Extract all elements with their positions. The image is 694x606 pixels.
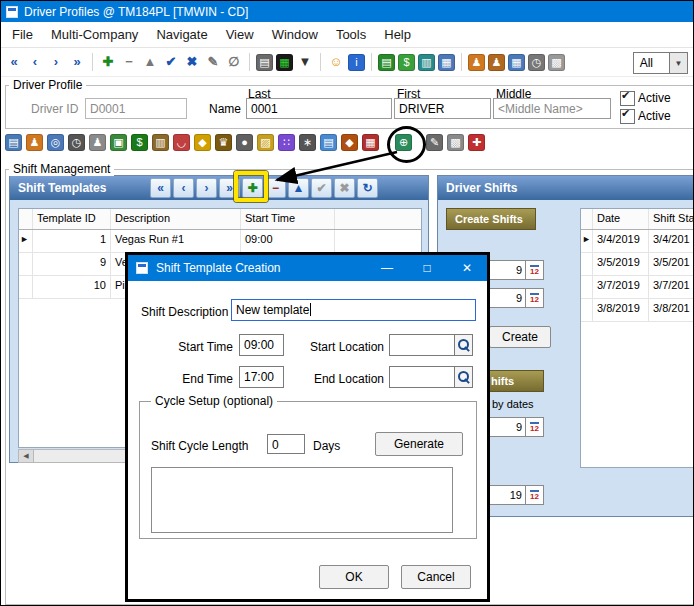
- rest-break-icon[interactable]: ◡: [173, 134, 190, 151]
- menu-item-window[interactable]: Window: [263, 22, 327, 47]
- templates-prev-icon[interactable]: ‹: [173, 178, 194, 198]
- alerts-icon[interactable]: ◆: [194, 134, 211, 151]
- monitor-icon[interactable]: ▦: [508, 54, 525, 71]
- create-button[interactable]: Create: [489, 326, 551, 348]
- logbook-icon[interactable]: ▥: [152, 134, 169, 151]
- smiley-icon[interactable]: ☺: [327, 53, 345, 71]
- cash-icon[interactable]: $: [398, 54, 415, 71]
- grid-view-icon[interactable]: ▩: [447, 134, 464, 151]
- reports-icon[interactable]: ▤: [320, 134, 337, 151]
- templates-last-icon[interactable]: »: [219, 178, 240, 198]
- menu-item-view[interactable]: View: [217, 22, 263, 47]
- nav-last-icon[interactable]: »: [68, 53, 86, 71]
- apps-icon[interactable]: ▩: [548, 54, 565, 71]
- create-shift-template-icon[interactable]: ⊕: [395, 134, 412, 151]
- menu-item-file[interactable]: File: [3, 22, 42, 47]
- cancel-edit-icon[interactable]: ✖: [183, 53, 201, 71]
- shift-row[interactable]: 3/7/2019 3/7/201: [581, 276, 694, 299]
- templates-accept-icon[interactable]: ✔: [311, 178, 332, 198]
- menu-item-multi-company[interactable]: Multi-Company: [42, 22, 147, 47]
- calendar-button[interactable]: 12: [526, 485, 544, 505]
- shift-row[interactable]: ► 3/4/2019 3/4/201: [581, 230, 694, 253]
- equipment-icon[interactable]: ▣: [110, 134, 127, 151]
- profile-general-icon[interactable]: ▤: [5, 134, 22, 151]
- edit-record-icon[interactable]: ✎: [204, 53, 222, 71]
- first-name-field[interactable]: DRIVER: [394, 98, 491, 119]
- combo-dropdown-icon[interactable]: ▼: [669, 53, 687, 73]
- ledger-icon[interactable]: ▤: [378, 54, 395, 71]
- column-start-time[interactable]: Start Time: [241, 209, 335, 229]
- middle-name-field[interactable]: <Middle Name>: [493, 98, 611, 119]
- info-icon[interactable]: i: [348, 54, 365, 71]
- dialog-maximize-button[interactable]: □: [421, 261, 433, 275]
- terminal-icon[interactable]: ▦: [276, 54, 293, 71]
- edit-tools-icon[interactable]: ✎: [426, 134, 443, 151]
- templates-cancel-icon[interactable]: ✖: [334, 178, 355, 198]
- shift-row[interactable]: 3/5/2019 3/5/201: [581, 253, 694, 276]
- templates-delete-icon[interactable]: −: [265, 178, 286, 198]
- dialog-close-button[interactable]: ✕: [461, 261, 473, 275]
- hours-of-service-icon[interactable]: ◷: [68, 134, 85, 151]
- dialog-titlebar[interactable]: Shift Template Creation — □ ✕: [128, 255, 487, 281]
- scroll-left-icon[interactable]: ◀: [19, 450, 34, 462]
- folders-icon[interactable]: ▨: [257, 134, 274, 151]
- driver-id-field[interactable]: D0001: [85, 98, 187, 119]
- screen-icon[interactable]: ▦: [438, 54, 455, 71]
- security-lock-icon[interactable]: ●: [236, 134, 253, 151]
- calendar-button[interactable]: 12: [526, 417, 544, 437]
- column-description[interactable]: Description: [111, 209, 241, 229]
- menu-item-tools[interactable]: Tools: [327, 22, 375, 47]
- cycle-length-input[interactable]: 0: [267, 434, 305, 454]
- cancel-button[interactable]: Cancel: [401, 565, 471, 589]
- ok-button[interactable]: OK: [319, 565, 389, 589]
- print-icon[interactable]: ▤: [256, 54, 273, 71]
- driver-icon[interactable]: ♟: [468, 54, 485, 71]
- templates-move-up-icon[interactable]: ▲: [288, 178, 309, 198]
- add-new-icon[interactable]: ✚: [468, 134, 485, 151]
- add-record-icon[interactable]: ✚: [99, 53, 117, 71]
- templates-refresh-icon[interactable]: ↻: [357, 178, 378, 198]
- column-date[interactable]: Date: [593, 209, 649, 229]
- active-checkbox-2[interactable]: ✔: [620, 109, 635, 124]
- end-time-input[interactable]: 17:00: [239, 366, 284, 388]
- menu-item-help[interactable]: Help: [375, 22, 420, 47]
- location-lookup-button[interactable]: [455, 366, 473, 388]
- user-icon[interactable]: ♟: [488, 54, 505, 71]
- supervisor-icon[interactable]: ♛: [215, 134, 232, 151]
- start-location-input[interactable]: [389, 334, 455, 356]
- nav-prev-icon[interactable]: ‹: [26, 53, 44, 71]
- cycle-preview-textarea[interactable]: [151, 467, 453, 533]
- last-name-field[interactable]: 0001: [246, 98, 392, 119]
- end-location-input[interactable]: [389, 366, 455, 388]
- calendar-button[interactable]: 12: [526, 260, 544, 280]
- shift-row[interactable]: 3/8/2019 3/8/201: [581, 299, 694, 322]
- templates-add-icon[interactable]: ✚: [242, 178, 263, 198]
- nav-first-icon[interactable]: «: [5, 53, 23, 71]
- schedule-icon[interactable]: ▦: [362, 134, 379, 151]
- search-icon[interactable]: ◎: [47, 134, 64, 151]
- fuel-icon[interactable]: ◆: [341, 134, 358, 151]
- start-time-input[interactable]: 09:00: [239, 334, 284, 356]
- templates-next-icon[interactable]: ›: [196, 178, 217, 198]
- pay-icon[interactable]: $: [131, 134, 148, 151]
- templates-first-icon[interactable]: «: [150, 178, 171, 198]
- personnel-icon[interactable]: ♟: [89, 134, 106, 151]
- dialog-minimize-button[interactable]: —: [381, 261, 393, 275]
- menu-item-navigate[interactable]: Navigate: [147, 22, 216, 47]
- active-checkbox-1[interactable]: ✔: [620, 91, 635, 106]
- template-row[interactable]: ► 1 Vegas Run #1 09:00: [19, 230, 421, 253]
- save-record-icon[interactable]: ✔: [162, 53, 180, 71]
- delete-record-icon[interactable]: −: [120, 53, 138, 71]
- settings-icon[interactable]: ∗: [299, 134, 316, 151]
- driver-card-icon[interactable]: ♟: [26, 134, 43, 151]
- location-lookup-button[interactable]: [455, 334, 473, 356]
- dice-icon[interactable]: ∷: [278, 134, 295, 151]
- calendar-button[interactable]: 12: [526, 288, 544, 308]
- void-record-icon[interactable]: ∅: [225, 53, 243, 71]
- nav-next-icon[interactable]: ›: [47, 53, 65, 71]
- generate-button[interactable]: Generate: [375, 432, 463, 456]
- column-template-id[interactable]: Template ID: [33, 209, 111, 229]
- move-up-icon[interactable]: ▲: [141, 53, 159, 71]
- shift-description-input[interactable]: New template: [231, 299, 476, 321]
- terminal-dropdown-icon[interactable]: ▼: [296, 53, 314, 71]
